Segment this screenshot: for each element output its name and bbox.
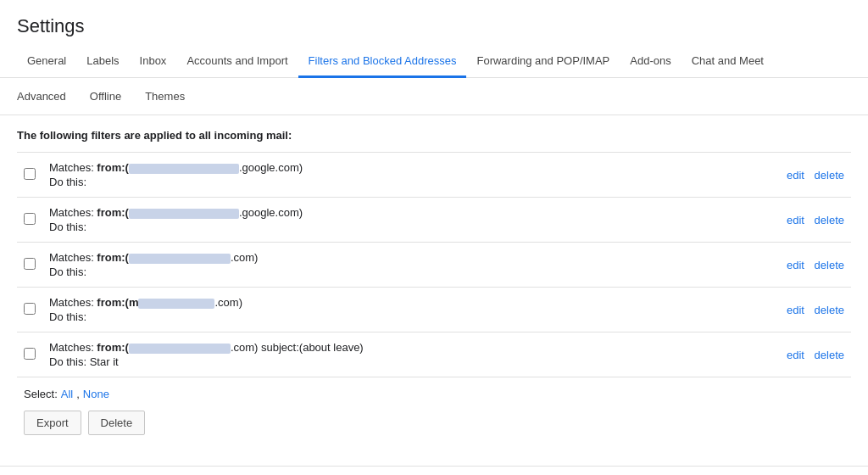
- select-label: Select:: [24, 388, 58, 400]
- page-title: Settings: [0, 0, 868, 46]
- filter-info-1: Matches: from:(.google.com) Do this:: [42, 153, 749, 198]
- filter-checkbox-1[interactable]: [24, 168, 36, 180]
- table-row: Matches: from:(m.com) Do this: edit dele…: [17, 288, 851, 332]
- content-area: The following filters are applied to all…: [0, 115, 868, 459]
- filter-actions-1: edit delete: [749, 153, 851, 198]
- tab-labels[interactable]: Labels: [76, 46, 129, 78]
- main-nav: General Labels Inbox Accounts and Import…: [0, 46, 868, 78]
- edit-link-5[interactable]: edit: [787, 349, 804, 361]
- delete-link-2[interactable]: delete: [815, 214, 844, 226]
- delete-link-3[interactable]: delete: [815, 259, 844, 271]
- tab-filters[interactable]: Filters and Blocked Addresses: [298, 46, 467, 78]
- section-heading: The following filters are applied to all…: [17, 129, 851, 142]
- delete-link-1[interactable]: delete: [815, 169, 844, 182]
- tab-addons[interactable]: Add-ons: [620, 46, 681, 78]
- select-all-link[interactable]: All: [61, 388, 73, 400]
- sub-tab-themes[interactable]: Themes: [145, 85, 195, 108]
- filter-action-3: Do this:: [49, 265, 743, 278]
- sub-nav: Advanced Offline Themes: [0, 78, 868, 115]
- filter-actions-3: edit delete: [749, 243, 851, 288]
- delete-button[interactable]: Delete: [88, 411, 146, 435]
- filter-action-2: Do this:: [49, 221, 743, 233]
- filter-actions-2: edit delete: [749, 198, 851, 243]
- edit-link-2[interactable]: edit: [787, 214, 804, 226]
- filter-match-2: Matches: from:(.google.com): [49, 206, 743, 219]
- filter-checkbox-3[interactable]: [24, 258, 36, 270]
- delete-link-4[interactable]: delete: [815, 304, 844, 316]
- sub-tab-advanced[interactable]: Advanced: [17, 85, 76, 108]
- filters-table: Matches: from:(.google.com) Do this: edi…: [17, 152, 851, 377]
- edit-link-4[interactable]: edit: [787, 304, 804, 316]
- tab-general[interactable]: General: [17, 46, 76, 78]
- filter-checkbox-2[interactable]: [24, 213, 36, 225]
- footer: Create a new filter Import filters © pct…: [0, 466, 868, 475]
- tab-chat[interactable]: Chat and Meet: [682, 46, 774, 78]
- buttons-row: Export Delete: [17, 405, 851, 445]
- table-row: Matches: from:(.com) subject:(about leav…: [17, 332, 851, 377]
- table-row: Matches: from:(.google.com) Do this: edi…: [17, 153, 851, 198]
- filter-match-3: Matches: from:(.com): [49, 251, 743, 264]
- filter-action-1: Do this:: [49, 176, 743, 188]
- table-row: Matches: from:(.google.com) Do this: edi…: [17, 198, 851, 243]
- filter-checkbox-4[interactable]: [24, 303, 36, 315]
- filter-info-5: Matches: from:(.com) subject:(about leav…: [42, 332, 749, 377]
- filter-actions-5: edit delete: [749, 332, 851, 377]
- tab-inbox[interactable]: Inbox: [130, 46, 177, 78]
- filter-action-5: Do this: Star it: [49, 355, 743, 368]
- edit-link-1[interactable]: edit: [787, 169, 804, 182]
- delete-link-5[interactable]: delete: [815, 349, 844, 361]
- sub-tab-offline[interactable]: Offline: [90, 85, 131, 108]
- filter-match-1: Matches: from:(.google.com): [49, 161, 743, 174]
- filter-info-2: Matches: from:(.google.com) Do this:: [42, 198, 749, 243]
- filter-actions-4: edit delete: [749, 288, 851, 332]
- select-row: Select: All, None: [17, 377, 851, 405]
- filter-match-4: Matches: from:(m.com): [49, 296, 743, 309]
- filter-action-4: Do this:: [49, 310, 743, 323]
- filter-checkbox-5[interactable]: [24, 348, 36, 360]
- filter-info-3: Matches: from:(.com) Do this:: [42, 243, 749, 288]
- edit-link-3[interactable]: edit: [787, 259, 804, 271]
- filter-match-5: Matches: from:(.com) subject:(about leav…: [49, 341, 743, 354]
- export-button[interactable]: Export: [24, 411, 81, 435]
- filter-info-4: Matches: from:(m.com) Do this:: [42, 288, 749, 332]
- select-none-link[interactable]: None: [83, 388, 109, 400]
- tab-forwarding[interactable]: Forwarding and POP/IMAP: [466, 46, 620, 78]
- table-row: Matches: from:(.com) Do this: edit delet…: [17, 243, 851, 288]
- tab-accounts-import[interactable]: Accounts and Import: [176, 46, 298, 78]
